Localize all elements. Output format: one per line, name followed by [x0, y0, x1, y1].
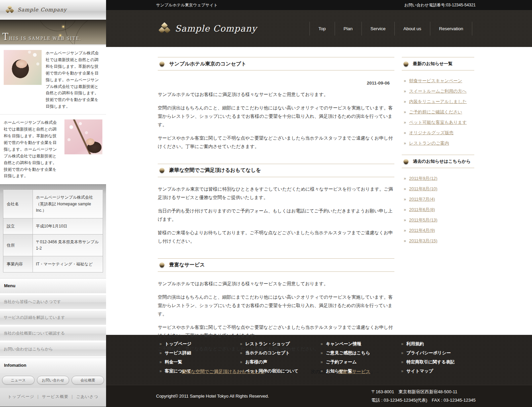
- site-header: Sample Company Top Plan Service About us…: [106, 10, 532, 47]
- news-link[interactable]: 内装をリニューアルしました: [409, 99, 467, 105]
- profile-photo-1: [4, 50, 42, 85]
- archive-link[interactable]: 2011年5月(13): [409, 217, 437, 223]
- double-arrow-icon: »: [321, 342, 323, 346]
- footer-link[interactable]: 利用規約: [406, 341, 424, 347]
- nav-service[interactable]: Service: [361, 22, 394, 36]
- archive-link[interactable]: 2011年7月(4): [409, 196, 435, 202]
- archive-link[interactable]: 2011年4月(9): [409, 227, 435, 234]
- profile-block-1: ホームページサンプル株式会社では最新技術と自然との調和を目指します。革新的な技術…: [0, 45, 106, 114]
- sidebar-link-top-page[interactable]: トップページ: [8, 394, 34, 399]
- article-paragraph: サンプルホテル東京では皆様に特別なひとときをすごしていただくために様々なサービス…: [158, 185, 394, 202]
- footer-link[interactable]: プライバシーポリシー: [406, 350, 451, 356]
- list-item: »ペット可能な客室もあります: [404, 119, 474, 125]
- company-info-table: 会社名 ホームページサンプル株式会社 （英語表記 Homepage sample…: [0, 184, 106, 278]
- site-footer: »トップページ »サービス詳細 »料金一覧 »客室について »レストラン・ショッ…: [106, 335, 532, 407]
- news-link[interactable]: レストランのご案内: [409, 140, 449, 146]
- list-item: »2011年8月(10): [404, 186, 474, 192]
- footer-link[interactable]: お客様の声: [245, 359, 268, 365]
- company-gem-icon: [158, 22, 171, 35]
- footer-link[interactable]: ご意見ご感想はこちら: [326, 350, 370, 356]
- sidebar-banner: THIS IS SAMPLE WEB SITE.: [0, 20, 106, 45]
- news-heading: 最新のお知らせ一覧: [402, 57, 474, 70]
- list-item: »利用規約: [401, 341, 482, 347]
- double-arrow-icon: »: [401, 369, 403, 373]
- double-arrow-icon: »: [404, 120, 406, 125]
- news-link[interactable]: ペット可能な客室もあります: [409, 119, 467, 125]
- menu-item-contact[interactable]: お問い合わせはこちらから: [0, 342, 106, 356]
- list-item: »ご予約前にご確認ください: [404, 109, 474, 115]
- list-item: »レストランのご案内: [404, 140, 474, 146]
- contact-button[interactable]: お問い合わせ: [37, 376, 69, 385]
- archive-title: 過去のお知らせはこちらから: [413, 158, 471, 164]
- double-arrow-icon: »: [159, 369, 162, 373]
- menu-item-company[interactable]: 当社の会社概要について確認する: [0, 326, 106, 341]
- news-link[interactable]: ご予約前にご確認ください: [409, 109, 462, 115]
- company-gem-icon: [5, 5, 14, 14]
- news-link[interactable]: スイートルームご利用の方へ: [409, 88, 467, 94]
- list-item: »2011年4月(9): [404, 227, 474, 234]
- list-item: »スイートルームご利用の方へ: [404, 88, 474, 94]
- header-logo[interactable]: Sample Company: [158, 22, 257, 35]
- founded-label: 設立: [3, 218, 33, 234]
- menu-item-greeting[interactable]: 当社から皆様へごあいさつです: [0, 295, 106, 309]
- footer-address: 〒163-8001 東京都新宿区西新宿48-500-11: [371, 388, 476, 396]
- footer-link[interactable]: お知らせ一覧: [326, 368, 352, 374]
- double-arrow-icon: »: [404, 110, 406, 114]
- footer-link[interactable]: サイトマップ: [406, 368, 433, 374]
- banner-gold-dot: [62, 26, 64, 28]
- footer-link[interactable]: サービス詳細: [165, 350, 191, 356]
- footer-link[interactable]: ご予約フォーム: [326, 359, 357, 365]
- list-item: »内装をリニューアルしました: [404, 99, 474, 105]
- archive-heading: 過去のお知らせはこちらから: [402, 155, 474, 168]
- footer-link[interactable]: 特定商取引に関する表記: [406, 359, 455, 365]
- hospitality-section: 豪華な空間でご満足頂けるおもてなしを サンプルホテル東京では皆様に特別なひととき…: [158, 164, 394, 246]
- footer-address-block: 〒163-8001 東京都新宿区西新宿48-500-11 電話 : 03-123…: [371, 388, 476, 404]
- article-paragraph: 空間の演出はもちろんのこと、細部にまでこだわり他にはない高いクオリティでのサービ…: [158, 293, 394, 318]
- list-item: »2011年6月(8): [404, 207, 474, 213]
- page: Sample Company THIS IS SAMPLE WEB SITE. …: [0, 0, 532, 407]
- footer-link[interactable]: 客室について: [165, 368, 191, 374]
- gem-icon: [159, 61, 164, 66]
- footer-link[interactable]: トップページ: [165, 341, 192, 347]
- archive-link[interactable]: 2011年6月(8): [409, 207, 435, 213]
- double-arrow-icon: »: [404, 99, 406, 104]
- footer-link[interactable]: 料金一覧: [165, 359, 182, 365]
- contact-phone: お問い合わせ電話番号:03-12345-54321: [404, 2, 476, 8]
- archive-link[interactable]: 2011年3月(15): [409, 238, 437, 244]
- nav-plan[interactable]: Plan: [335, 22, 361, 36]
- sidebar-link-service-overview[interactable]: サービス概要: [42, 394, 68, 399]
- news-link[interactable]: 朝食サービスキャンペーン: [409, 78, 462, 84]
- nav-about-us[interactable]: About us: [394, 22, 430, 36]
- list-item: »ご予約フォーム: [321, 359, 401, 365]
- nav-top[interactable]: Top: [309, 22, 335, 36]
- company-profile-button[interactable]: 会社概要: [71, 376, 104, 385]
- list-item: »サービス詳細: [159, 350, 240, 356]
- menu-heading: Menu: [0, 278, 106, 293]
- archive-link[interactable]: 2011年9月(12): [409, 175, 437, 182]
- business-label: 事業内容: [3, 256, 33, 272]
- information-buttons: ニュース お問い合わせ 会社概要: [0, 373, 106, 388]
- article-paragraph: 皆様のご来場を心よりお待ちしております。ご不明な点などございましたら当ホテルスタ…: [158, 229, 394, 246]
- menu-item-service[interactable]: サービスの詳細を解説しています: [0, 310, 106, 325]
- archive-link[interactable]: 2011年8月(10): [409, 186, 437, 192]
- double-arrow-icon: »: [404, 141, 406, 146]
- gem-icon: [403, 159, 408, 164]
- list-item: »ペット同伴の宿泊について: [240, 368, 321, 374]
- footer-column-2: »レストラン・ショップ »当ホテルのコンセプト »お客様の声 »ペット同伴の宿泊…: [240, 341, 321, 385]
- footer-link[interactable]: レストラン・ショップ: [245, 341, 290, 347]
- double-arrow-icon: »: [321, 351, 323, 355]
- footer-column-1: »トップページ »サービス詳細 »料金一覧 »客室について: [159, 341, 240, 385]
- nav-reservation[interactable]: Reservation: [430, 22, 472, 36]
- news-link[interactable]: オリジナルグッズ販売: [409, 130, 453, 136]
- footer-link[interactable]: ペット同伴の宿泊について: [245, 368, 298, 374]
- double-arrow-icon: »: [404, 79, 406, 83]
- sidebar-logo[interactable]: Sample Company: [0, 0, 106, 20]
- double-arrow-icon: »: [159, 351, 162, 355]
- sidebar-link-greeting[interactable]: ごあいさつ: [76, 394, 98, 399]
- footer-link[interactable]: 当ホテルのコンセプト: [245, 350, 290, 356]
- list-item: »お客様の声: [240, 359, 321, 365]
- news-button[interactable]: ニュース: [2, 376, 35, 385]
- footer-link[interactable]: キャンペーン情報: [326, 341, 361, 347]
- business-value: IT・マーケティング・福祉など: [33, 256, 103, 272]
- address-label: 住所: [3, 234, 33, 256]
